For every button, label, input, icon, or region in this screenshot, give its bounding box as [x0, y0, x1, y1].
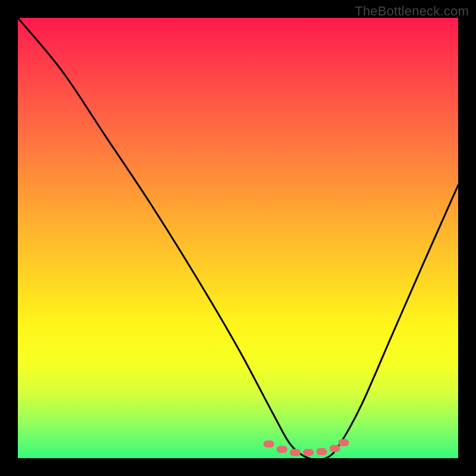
bottleneck-curve	[18, 18, 458, 458]
sweet-spot-marker	[317, 448, 327, 455]
sweet-spot-marker	[303, 449, 314, 456]
sweet-spot-marker	[330, 445, 340, 452]
sweet-spot-marker	[290, 449, 300, 456]
plot-area	[18, 18, 458, 458]
chart-container: TheBottleneck.com	[0, 0, 476, 476]
sweet-spot-marker	[277, 446, 287, 453]
sweet-spot-markers	[264, 439, 349, 456]
watermark-text: TheBottleneck.com	[355, 4, 469, 19]
sweet-spot-marker	[264, 440, 274, 447]
curve-svg	[18, 18, 458, 458]
sweet-spot-marker	[339, 439, 349, 446]
